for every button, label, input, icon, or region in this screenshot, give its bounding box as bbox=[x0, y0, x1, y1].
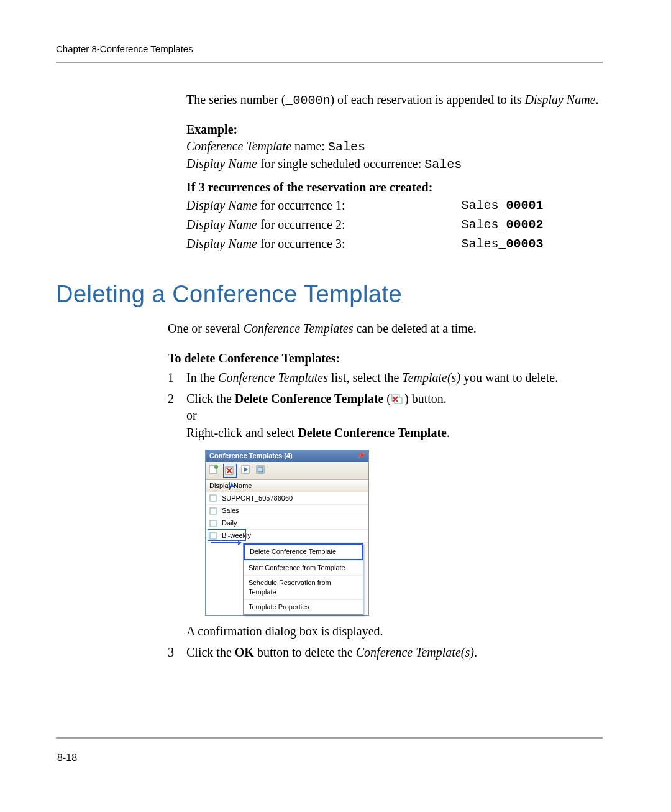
start-conference-icon[interactable] bbox=[240, 464, 252, 475]
text: ) of each reservation is appended to its bbox=[330, 93, 524, 106]
schedule-reservation-icon[interactable] bbox=[255, 464, 267, 475]
panel-titlebar[interactable]: Conference Templates (4) 📌 bbox=[206, 450, 368, 462]
list-item-label: Sales bbox=[222, 506, 239, 515]
step-3: 3 Click the OK button to delete the Conf… bbox=[168, 644, 603, 662]
text: . bbox=[596, 93, 599, 106]
list-item-selected[interactable]: Bi-weekly bbox=[206, 530, 368, 542]
context-menu: Delete Conference Template Start Confere… bbox=[243, 543, 363, 616]
template-item-icon bbox=[209, 532, 218, 540]
text: Display Name bbox=[186, 198, 257, 212]
text: One or several bbox=[168, 321, 244, 335]
text: for occurrence 2: bbox=[257, 218, 345, 231]
text: Conference Template bbox=[186, 139, 291, 153]
step-1: 1 In the Conference Templates list, sele… bbox=[168, 369, 603, 387]
step-number: 2 bbox=[168, 390, 186, 640]
list-item[interactable]: SUPPORT_505786060 bbox=[206, 492, 368, 505]
text: ( bbox=[383, 392, 391, 405]
context-menu-item-properties[interactable]: Template Properties bbox=[244, 599, 363, 614]
text: Right-click and select bbox=[186, 426, 298, 440]
recurrences-heading: If 3 recurrences of the reservation are … bbox=[186, 179, 603, 196]
text: Delete Conference Template bbox=[298, 426, 447, 440]
example-line-1: Conference Template name: Sales bbox=[186, 138, 603, 155]
text: Click the bbox=[186, 645, 235, 659]
pin-icon[interactable]: 📌 bbox=[357, 451, 365, 460]
text: Sales bbox=[424, 157, 462, 172]
list-item[interactable]: Sales bbox=[206, 505, 368, 517]
text: Template(s) bbox=[402, 371, 460, 384]
text: _00003 bbox=[499, 237, 544, 251]
step-2-result: A confirmation dialog box is displayed. bbox=[186, 623, 603, 640]
delete-template-toolbar-icon[interactable] bbox=[223, 464, 237, 478]
text: Sales bbox=[461, 198, 498, 213]
delete-conference-template-icon bbox=[391, 392, 404, 404]
svg-rect-17 bbox=[210, 520, 216, 527]
page-number: 8-18 bbox=[57, 752, 77, 764]
template-item-icon bbox=[209, 519, 218, 528]
new-template-icon[interactable] bbox=[208, 464, 219, 475]
step-number: 1 bbox=[168, 369, 186, 387]
svg-rect-18 bbox=[210, 533, 216, 539]
text: list, select the bbox=[328, 371, 402, 384]
table-row: Display Name for occurrence 1: Sales_000… bbox=[186, 196, 603, 215]
list-item[interactable]: Daily bbox=[206, 517, 368, 530]
example-label: Example: bbox=[186, 121, 603, 138]
text: you want to delete. bbox=[460, 371, 558, 384]
svg-rect-16 bbox=[210, 508, 216, 514]
text: button to delete the bbox=[254, 645, 356, 659]
text: OK bbox=[235, 645, 254, 659]
context-menu-item-delete[interactable]: Delete Conference Template bbox=[244, 543, 363, 560]
svg-marker-20 bbox=[238, 540, 242, 545]
text: Delete Conference Template bbox=[235, 392, 384, 405]
context-menu-item-start[interactable]: Start Conference from Template bbox=[244, 560, 363, 575]
procedure-heading: To delete Conference Templates: bbox=[168, 350, 603, 367]
text: Conference Templates bbox=[244, 321, 354, 335]
text: can be deleted at a time. bbox=[353, 321, 476, 335]
footer-rule bbox=[56, 737, 603, 739]
panel-title: Conference Templates (4) bbox=[209, 451, 293, 461]
list-item-label: Bi-weekly bbox=[222, 531, 251, 540]
text: Sales bbox=[328, 140, 365, 154]
series-code: _0000n bbox=[285, 93, 330, 108]
text: _00002 bbox=[499, 218, 544, 232]
display-name-term: Display Name bbox=[525, 93, 596, 106]
context-menu-item-schedule[interactable]: Schedule Reservation from Template bbox=[244, 575, 363, 599]
template-item-icon bbox=[209, 507, 218, 515]
text: Display Name bbox=[186, 157, 257, 170]
text: Sales bbox=[461, 237, 498, 251]
svg-rect-15 bbox=[210, 495, 216, 501]
text: for occurrence 3: bbox=[257, 237, 345, 251]
section-intro: One or several Conference Templates can … bbox=[168, 320, 603, 338]
table-row: Display Name for occurrence 2: Sales_000… bbox=[186, 215, 603, 234]
text: Click the bbox=[186, 392, 235, 405]
text: name: bbox=[291, 139, 328, 153]
text: . bbox=[474, 645, 477, 659]
text: . bbox=[447, 426, 450, 440]
template-item-icon bbox=[209, 494, 218, 502]
example-line-2: Display Name for single scheduled occurr… bbox=[186, 155, 603, 173]
svg-rect-12 bbox=[258, 467, 263, 472]
section-title: Deleting a Conference Template bbox=[56, 281, 603, 308]
series-number-paragraph: The series number (_0000n) of each reser… bbox=[186, 91, 603, 109]
conference-templates-panel: Conference Templates (4) 📌 Display Name bbox=[205, 450, 369, 616]
running-header: Chapter 8-Conference Templates bbox=[56, 44, 603, 54]
list-item-label: Daily bbox=[222, 519, 237, 528]
occurrences-table: Display Name for occurrence 1: Sales_000… bbox=[186, 196, 603, 254]
text: ) button. bbox=[404, 392, 447, 405]
text: Conference Templates bbox=[218, 371, 328, 384]
text: or bbox=[186, 408, 197, 422]
text: for single scheduled occurrence: bbox=[257, 157, 424, 170]
text: for occurrence 1: bbox=[257, 198, 345, 212]
text: Display Name bbox=[186, 218, 257, 231]
column-header-text: Display Name bbox=[209, 482, 252, 489]
text: Sales bbox=[461, 218, 498, 232]
step-number: 3 bbox=[168, 644, 186, 662]
text: Conference Template(s) bbox=[356, 645, 474, 659]
step-2: 2 Click the Delete Conference Template (… bbox=[168, 390, 603, 640]
text: In the bbox=[186, 371, 218, 384]
text: Display Name bbox=[186, 237, 257, 251]
text: The series number ( bbox=[186, 93, 285, 106]
list-item-label: SUPPORT_505786060 bbox=[222, 494, 293, 503]
column-header-display-name[interactable]: Display Name bbox=[206, 480, 368, 492]
text: _00001 bbox=[499, 198, 544, 213]
table-row: Display Name for occurrence 3: Sales_000… bbox=[186, 234, 603, 254]
